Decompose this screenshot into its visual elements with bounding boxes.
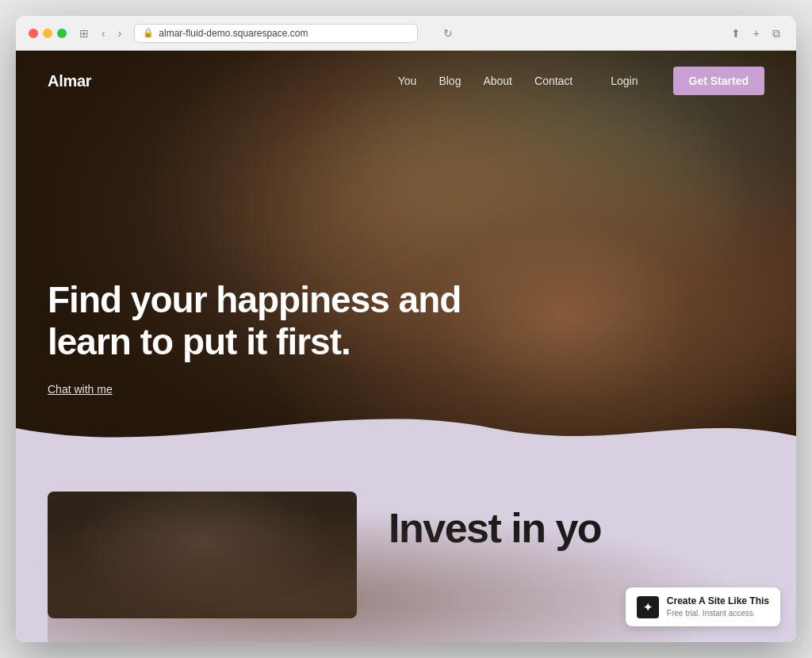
nav-links: You Blog About Contact Login Get Started	[398, 67, 764, 95]
site-logo[interactable]: Almar	[48, 72, 91, 90]
hero-title: Find your happiness and learn to put it …	[48, 279, 492, 363]
nav-link-contact[interactable]: Contact	[534, 75, 573, 87]
maximize-button[interactable]	[57, 29, 67, 38]
badge-text: Create A Site Like This Free trial. Inst…	[667, 595, 769, 618]
back-button[interactable]: ‹	[98, 26, 109, 40]
hero-content: Find your happiness and learn to put it …	[48, 279, 492, 396]
address-bar[interactable]: 🔒 almar-fluid-demo.squarespace.com	[134, 24, 417, 43]
wave-transition	[16, 396, 796, 460]
browser-controls: ⊞ ‹ ›	[76, 26, 124, 40]
browser-actions: ⬆ + ⧉	[728, 26, 783, 40]
below-fold-image	[48, 492, 357, 618]
browser-window: ⊞ ‹ › 🔒 almar-fluid-demo.squarespace.com…	[16, 16, 796, 642]
reload-button[interactable]: ↻	[440, 26, 456, 40]
new-tab-button[interactable]: +	[750, 26, 763, 40]
navbar: Almar You Blog About Contact Login Get S…	[16, 51, 796, 111]
lock-icon: 🔒	[143, 28, 154, 38]
badge-subtitle: Free trial. Instant access.	[667, 608, 769, 618]
browser-chrome: ⊞ ‹ › 🔒 almar-fluid-demo.squarespace.com…	[16, 16, 796, 51]
nav-link-blog[interactable]: Blog	[439, 75, 461, 87]
traffic-lights	[29, 29, 67, 38]
windows-button[interactable]: ⧉	[769, 26, 783, 40]
forward-button[interactable]: ›	[115, 26, 125, 40]
badge-title: Create A Site Like This	[667, 595, 769, 608]
squarespace-badge[interactable]: ✦ Create A Site Like This Free trial. In…	[626, 587, 780, 626]
nav-link-about[interactable]: About	[483, 75, 512, 87]
nav-login-button[interactable]: Login	[611, 75, 638, 87]
nav-get-started-button[interactable]: Get Started	[673, 67, 764, 95]
hero-section: Almar You Blog About Contact Login Get S…	[16, 51, 796, 460]
close-button[interactable]	[29, 29, 38, 38]
squarespace-icon: ✦	[637, 596, 659, 618]
sidebar-toggle-button[interactable]: ⊞	[76, 26, 92, 40]
nav-link-you[interactable]: You	[398, 75, 417, 87]
website-content: Almar You Blog About Contact Login Get S…	[16, 51, 796, 642]
share-button[interactable]: ⬆	[728, 26, 744, 40]
browser-spacer: ↻	[427, 26, 718, 40]
url-text: almar-fluid-demo.squarespace.com	[159, 28, 308, 39]
below-fold-section: Invest in yo ✦ Create A Site Like This F…	[16, 460, 796, 642]
minimize-button[interactable]	[43, 29, 52, 38]
hero-chat-link[interactable]: Chat with me	[48, 383, 113, 396]
